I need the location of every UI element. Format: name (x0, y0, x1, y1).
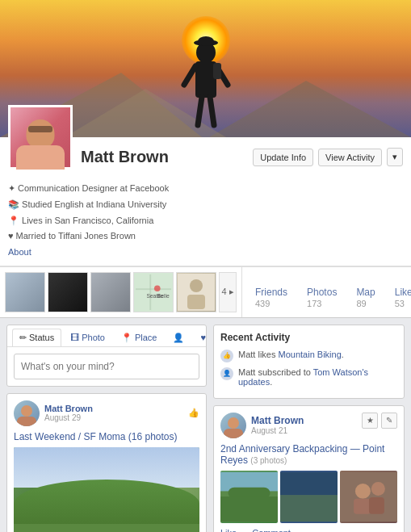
about-relationship: ♥ Married to Tiffani Jones Brown (8, 228, 403, 245)
left-column: ✏ Status 🎞 Photo 📍 Place 👤 ♥ ♪ + Matt (6, 325, 207, 532)
left-feed-post: Matt Brown August 29 👍 Last Weekend / SF… (6, 393, 207, 532)
svg-rect-33 (280, 472, 338, 495)
comment-link-1[interactable]: Comment (252, 528, 291, 532)
about-location: 📍 Lives in San Francisco, California (8, 213, 403, 229)
friend-thumb-2[interactable] (48, 272, 88, 312)
feed-photo-count-1: (3 photos) (250, 456, 287, 465)
avatar-wrapper (8, 105, 73, 170)
edit-button[interactable]: ✎ (381, 413, 397, 429)
right-column: Recent Activity 👍 Matt likes Mountain Bi… (213, 325, 405, 532)
mountain-right (209, 81, 411, 137)
friend-thumb-5[interactable] (176, 272, 216, 312)
feed-photos-1 (220, 471, 397, 523)
post-tab-place[interactable]: 📍 Place (114, 329, 165, 346)
feed-post-title-1: 2nd Anniversary Backpacking — Point Reye… (220, 443, 397, 466)
avatar-face (27, 119, 55, 148)
post-title[interactable]: Last Weekend / SF Moma (16 photos) (14, 431, 199, 442)
post-date: August 29 (44, 413, 93, 422)
park-hills (14, 480, 199, 528)
svg-rect-8 (213, 63, 221, 79)
friend-thumbnails: Seattle Belle 4 ▸ (0, 267, 242, 317)
gear-button[interactable]: ▾ (387, 148, 403, 166)
activity-link-2[interactable]: Tom Watson's updates (238, 367, 368, 387)
post-box: ✏ Status 🎞 Photo 📍 Place 👤 ♥ ♪ + (6, 325, 207, 387)
profile-actions: Update Info View Activity ▾ (253, 148, 403, 170)
map-thumb[interactable]: Seattle Belle (133, 272, 174, 312)
friends-strip-nav: Seattle Belle 4 ▸ Friends 439 Photos 17 (0, 266, 411, 317)
svg-point-16 (190, 279, 203, 292)
svg-point-37 (371, 482, 385, 496)
post-tab-photo[interactable]: 🎞 Photo (63, 329, 112, 346)
friend-thumb-3[interactable] (90, 272, 131, 312)
about-job: ✦ Communication Designer at Facebook (8, 181, 403, 197)
feed-photo-1a[interactable] (220, 471, 278, 523)
view-activity-button[interactable]: View Activity (318, 149, 382, 166)
svg-point-7 (198, 36, 214, 46)
svg-rect-39 (369, 497, 384, 514)
profile-name: Matt Brown (81, 148, 253, 166)
svg-rect-10 (136, 288, 171, 290)
feed-post-header-1: Matt Brown August 21 ★ ✎ (220, 413, 397, 438)
nav-tab-friends[interactable]: Friends 439 (245, 280, 297, 317)
recent-activity: Recent Activity 👍 Matt likes Mountain Bi… (213, 325, 405, 399)
nav-tab-map[interactable]: Map 89 (346, 280, 384, 317)
post-header: Matt Brown August 29 👍 (14, 400, 199, 426)
about-link[interactable]: About (8, 247, 31, 257)
svg-line-4 (198, 97, 202, 125)
feed-avatar-1 (220, 413, 246, 438)
person-silhouette (178, 32, 234, 137)
feed-avatar-face-1 (228, 417, 239, 429)
svg-point-12 (154, 285, 161, 291)
nav-tab-likes[interactable]: Likes 53 (385, 280, 411, 317)
post-input[interactable] (14, 354, 199, 379)
post-meta: Matt Brown August 29 (44, 404, 93, 422)
svg-rect-38 (354, 499, 371, 514)
feed-post-author-1[interactable]: Matt Brown (251, 415, 304, 426)
about-section: ✦ Communication Designer at Facebook 📚 S… (0, 176, 411, 266)
like-link-1[interactable]: Like (220, 528, 237, 532)
post-author[interactable]: Matt Brown (44, 404, 93, 413)
feed-post-meta-1: Matt Brown August 21 (251, 415, 304, 435)
svg-line-5 (210, 97, 214, 125)
profile-info-bar: Matt Brown Update Info View Activity ▾ (0, 137, 411, 176)
svg-point-36 (355, 484, 371, 499)
about-education: 📚 Studied English at Indiana University (8, 197, 403, 213)
profile-section: Matt Brown Update Info View Activity ▾ ✦… (0, 137, 411, 318)
feed-post-anniversary: Matt Brown August 21 ★ ✎ 2nd Anniversary… (213, 405, 405, 532)
post-tab-person[interactable]: 👤 (166, 329, 191, 346)
bookmark-button[interactable]: ★ (362, 413, 378, 429)
svg-rect-35 (340, 472, 397, 522)
profile-name-area: Matt Brown (81, 148, 253, 170)
post-tab-heart[interactable]: ♥ (193, 329, 213, 346)
avatar-body (16, 145, 65, 170)
avatar (8, 105, 73, 170)
separator-1: · (243, 528, 245, 532)
more-badge[interactable]: 4 ▸ (219, 272, 237, 312)
feed-photo-1c[interactable] (340, 471, 397, 523)
profile-nav-tabs: Friends 439 Photos 173 Map 89 Likes 53 (242, 267, 411, 317)
svg-text:Belle: Belle (157, 293, 170, 299)
activity-text-2: Matt subscribed to Tom Watson's updates. (238, 367, 397, 387)
post-avatar (14, 400, 40, 426)
feed-post-actions-1: ★ ✎ (362, 413, 397, 429)
feed-post-title-link-1[interactable]: 2nd Anniversary Backpacking — Point Reye… (220, 443, 384, 466)
activity-item-2: 👤 Matt subscribed to Tom Watson's update… (220, 367, 397, 387)
feed-actions-bar-1: Like · Comment (220, 528, 397, 532)
nav-tab-photos[interactable]: Photos 173 (297, 280, 346, 317)
post-photo (14, 447, 199, 532)
update-info-button[interactable]: Update Info (253, 149, 313, 166)
friend-thumb-1[interactable] (5, 272, 45, 312)
avatar-face (21, 405, 32, 417)
svg-line-2 (184, 66, 195, 85)
post-tabs: ✏ Status 🎞 Photo 📍 Place 👤 ♥ ♪ + (7, 325, 206, 347)
post-tab-status[interactable]: ✏ Status (12, 329, 61, 346)
feed-post-info-1: Matt Brown August 21 (220, 413, 304, 438)
post-like-icon: 👍 (188, 408, 199, 418)
svg-rect-31 (220, 496, 278, 522)
activity-link-1[interactable]: Mountain Biking (279, 350, 342, 359)
recent-activity-title: Recent Activity (220, 332, 397, 343)
svg-rect-17 (187, 295, 205, 309)
activity-icon-1: 👍 (220, 350, 233, 362)
avatar-body (17, 417, 36, 426)
feed-photo-1b[interactable] (280, 471, 338, 523)
